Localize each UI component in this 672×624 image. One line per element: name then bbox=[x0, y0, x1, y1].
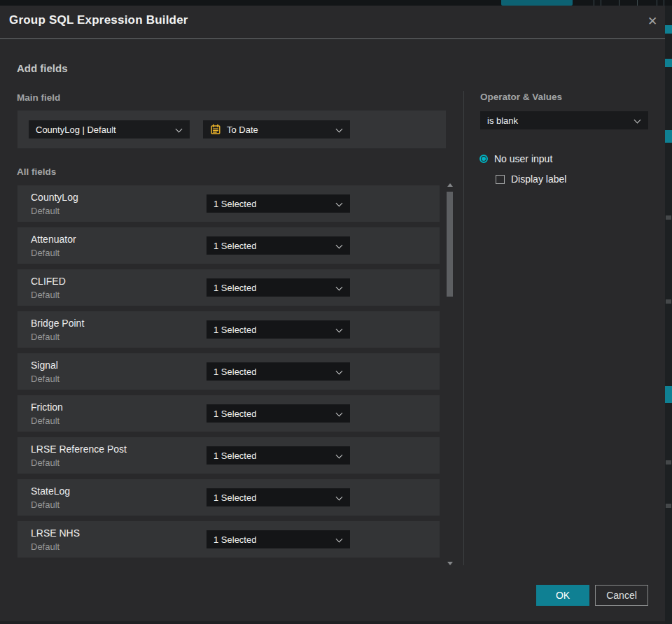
field-selection-dropdown[interactable]: 1 Selected bbox=[206, 236, 350, 255]
chevron-down-icon bbox=[336, 494, 343, 501]
field-selection-dropdown[interactable]: 1 Selected bbox=[206, 530, 350, 548]
field-selection-dropdown[interactable]: 1 Selected bbox=[206, 320, 350, 339]
field-row: SignalDefault1 Selected bbox=[18, 353, 440, 390]
field-subtitle: Default bbox=[31, 499, 59, 510]
main-field-dropdown[interactable]: CountyLog | Default bbox=[29, 120, 190, 139]
field-subtitle: Default bbox=[31, 416, 59, 426]
chevron-down-icon bbox=[336, 126, 343, 133]
dropdown-value: 1 Selected bbox=[214, 199, 256, 209]
operator-values-heading: Operator & Values bbox=[480, 92, 562, 102]
field-name: Signal bbox=[31, 360, 58, 371]
chevron-down-icon bbox=[176, 126, 183, 133]
field-selection-dropdown[interactable]: 1 Selected bbox=[206, 446, 350, 465]
scrollbar-thumb[interactable] bbox=[447, 192, 453, 297]
field-name: CountyLog bbox=[31, 192, 78, 203]
toolbar-divider bbox=[594, 0, 594, 6]
dropdown-value: is blank bbox=[487, 115, 518, 126]
field-row: StateLogDefault1 Selected bbox=[18, 479, 440, 516]
field-row: FrictionDefault1 Selected bbox=[18, 395, 440, 432]
chevron-down-icon bbox=[336, 452, 343, 459]
operator-dropdown[interactable]: is blank bbox=[480, 111, 648, 129]
toolbar-divider bbox=[657, 0, 657, 6]
date-field-dropdown[interactable]: To Date bbox=[203, 120, 350, 139]
chevron-down-icon bbox=[336, 368, 343, 375]
field-subtitle: Default bbox=[31, 374, 59, 384]
field-selection-dropdown[interactable]: 1 Selected bbox=[206, 404, 350, 423]
background-fragment bbox=[666, 460, 671, 465]
field-subtitle: Default bbox=[31, 290, 59, 300]
chevron-down-icon bbox=[336, 326, 343, 333]
background-fragment bbox=[665, 59, 672, 67]
field-subtitle: Default bbox=[31, 458, 59, 468]
ok-button[interactable]: OK bbox=[536, 585, 589, 606]
field-selection-dropdown[interactable]: 1 Selected bbox=[206, 278, 350, 297]
live-view-label: Live view bbox=[524, 0, 559, 2]
field-row: LRSE Reference PostDefault1 Selected bbox=[18, 437, 440, 474]
dropdown-value: 1 Selected bbox=[214, 534, 256, 545]
checkbox-label: Display label bbox=[511, 173, 566, 185]
close-button[interactable]: ✕ bbox=[643, 11, 662, 31]
chevron-down-icon bbox=[336, 200, 343, 207]
chevron-down-icon bbox=[336, 536, 343, 543]
main-field-panel: CountyLog | Default To Date bbox=[18, 111, 446, 148]
dropdown-value: 1 Selected bbox=[214, 367, 256, 377]
toolbar-divider bbox=[619, 0, 620, 6]
field-name: Attenuator bbox=[31, 234, 76, 245]
field-row: CountyLogDefault1 Selected bbox=[18, 185, 440, 222]
field-selection-dropdown[interactable]: 1 Selected bbox=[206, 362, 350, 381]
field-row: LRSE NHSDefault1 Selected bbox=[18, 521, 440, 558]
no-user-input-radio[interactable]: No user input bbox=[479, 153, 552, 164]
background-fragment bbox=[665, 25, 672, 34]
dialog-bottom-edge bbox=[0, 621, 665, 624]
display-label-checkbox[interactable]: Display label bbox=[496, 173, 566, 185]
field-row: Bridge PointDefault1 Selected bbox=[18, 311, 440, 348]
scroll-up-icon[interactable] bbox=[447, 183, 453, 187]
dropdown-value: 1 Selected bbox=[214, 325, 256, 335]
live-view-button: Live view bbox=[501, 0, 573, 6]
header-divider bbox=[0, 38, 665, 39]
all-fields-label: All fields bbox=[17, 166, 56, 177]
field-subtitle: Default bbox=[31, 541, 59, 552]
all-fields-list: CountyLogDefault1 SelectedAttenuatorDefa… bbox=[18, 185, 440, 563]
field-selection-dropdown[interactable]: 1 Selected bbox=[206, 194, 350, 213]
chevron-down-icon bbox=[336, 410, 343, 417]
add-fields-heading: Add fields bbox=[17, 62, 68, 74]
dropdown-value: 1 Selected bbox=[214, 409, 256, 419]
field-name: CLIFED bbox=[31, 276, 66, 287]
scroll-down-icon[interactable] bbox=[447, 562, 453, 565]
checkbox-icon bbox=[496, 175, 505, 184]
dialog-title: Group SQL Expression Builder bbox=[9, 13, 188, 27]
background-fragment bbox=[666, 504, 671, 508]
field-name: LRSE Reference Post bbox=[31, 444, 127, 455]
chevron-down-icon bbox=[634, 117, 641, 124]
background-fragment bbox=[666, 299, 671, 304]
field-name: LRSE NHS bbox=[31, 527, 80, 539]
dropdown-value: CountyLog | Default bbox=[36, 125, 116, 135]
radio-icon bbox=[479, 155, 488, 163]
chevron-down-icon bbox=[336, 284, 343, 291]
field-row: AttenuatorDefault1 Selected bbox=[18, 227, 440, 264]
toolbar-divider bbox=[637, 0, 638, 6]
panel-divider bbox=[463, 91, 464, 565]
field-row: CLIFEDDefault1 Selected bbox=[18, 269, 440, 306]
dropdown-value: 1 Selected bbox=[214, 241, 256, 251]
toolbar-divider bbox=[664, 0, 664, 6]
field-subtitle: Default bbox=[31, 248, 59, 258]
calendar-icon bbox=[210, 124, 221, 135]
field-selection-dropdown[interactable]: 1 Selected bbox=[206, 488, 350, 506]
dropdown-value: 1 Selected bbox=[214, 492, 256, 503]
background-fragment bbox=[665, 386, 672, 403]
toolbar-divider bbox=[601, 0, 601, 6]
cancel-button[interactable]: Cancel bbox=[595, 585, 648, 606]
field-name: Friction bbox=[31, 402, 63, 413]
field-name: StateLog bbox=[31, 485, 70, 497]
field-name: Bridge Point bbox=[31, 318, 84, 329]
field-subtitle: Default bbox=[31, 332, 59, 342]
background-app-toolbar: Live view bbox=[0, 0, 672, 6]
field-subtitle: Default bbox=[31, 206, 59, 216]
background-app-edge bbox=[665, 6, 672, 624]
scrollbar[interactable] bbox=[445, 180, 455, 568]
background-fragment bbox=[666, 215, 671, 220]
dropdown-value: 1 Selected bbox=[214, 283, 256, 293]
background-fragment bbox=[665, 130, 672, 143]
